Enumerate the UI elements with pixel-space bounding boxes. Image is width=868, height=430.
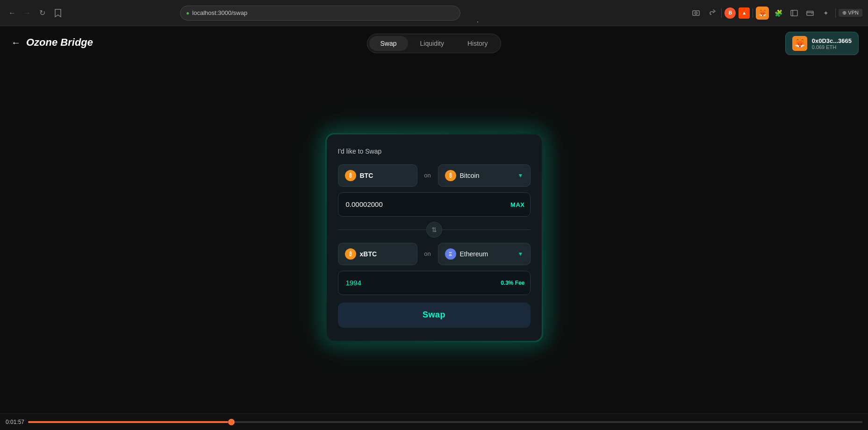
swap-button[interactable]: Swap (338, 303, 531, 328)
forward-nav-button[interactable]: → (21, 7, 34, 20)
bookmark-icon (52, 7, 64, 19)
divider3 (835, 8, 836, 18)
svg-point-1 (695, 12, 697, 14)
from-token-icon: ₿ (345, 170, 356, 181)
address-bar[interactable]: ● localhost:3000/swap (180, 6, 460, 21)
wallet-fox-icon: 🦊 (792, 36, 807, 51)
to-on-label: on (423, 250, 432, 257)
from-token-name: BTC (360, 172, 373, 179)
from-on-label: on (423, 172, 432, 179)
brave-icon: B (725, 7, 736, 19)
to-token-name: xBTC (360, 250, 377, 258)
screenshot-button[interactable] (689, 7, 703, 20)
max-button[interactable]: MAX (510, 201, 524, 208)
browser-chrome: ← → ↻ ● localhost:3000/swap B ▲ 🦊 🧩 ✦ ⊕ … (0, 0, 868, 26)
tab-swap[interactable]: Swap (369, 36, 408, 51)
nav-buttons: ← → ↻ (6, 7, 49, 20)
swap-card-wrapper: I'd like to Swap ₿ BTC on ₿ Bitcoin ▼ (325, 133, 543, 342)
from-token-selector[interactable]: ₿ BTC (338, 164, 417, 187)
nav-tabs: Swap Liquidity History (367, 34, 502, 53)
to-token-row: ₿ xBTC on Ξ Ethereum ▼ (338, 243, 531, 265)
from-network-dropdown-icon: ▼ (518, 172, 524, 179)
app-title: Ozone Bridge (26, 36, 93, 49)
sidebar-button[interactable] (788, 7, 801, 20)
browser-actions: B ▲ 🦊 🧩 ✦ ⊕ VPN (689, 7, 862, 20)
from-token-row: ₿ BTC on ₿ Bitcoin ▼ (338, 164, 531, 187)
svg-rect-2 (791, 10, 797, 16)
from-network-selector[interactable]: ₿ Bitcoin ▼ (438, 164, 531, 187)
app: ← Ozone Bridge Swap Liquidity History 🦊 … (0, 26, 868, 430)
swap-direction-button[interactable]: ⇅ (426, 222, 442, 238)
swap-card-glow: I'd like to Swap ₿ BTC on ₿ Bitcoin ▼ (325, 133, 543, 342)
back-arrow-icon: ← (11, 37, 21, 48)
to-network-selector[interactable]: Ξ Ethereum ▼ (438, 243, 531, 265)
swap-card: I'd like to Swap ₿ BTC on ₿ Bitcoin ▼ (327, 134, 542, 341)
to-amount-row: 0.3% Fee (338, 271, 531, 295)
divider (721, 8, 722, 18)
wallet-badge: 🦊 0x0D3c...3665 0.069 ETH (785, 32, 859, 55)
metamask-icon: 🦊 (756, 7, 769, 20)
wallet-balance: 0.069 ETH (812, 44, 852, 50)
back-button[interactable]: ← Ozone Bridge (11, 36, 93, 49)
player-time: 0:01:57 (6, 419, 24, 425)
tab-liquidity[interactable]: Liquidity (409, 36, 455, 51)
from-network-icon: ₿ (445, 170, 456, 181)
swap-direction: ⇅ (338, 220, 531, 239)
secure-icon: ● (186, 10, 189, 16)
wallet-address: 0x0D3c...3665 (812, 37, 852, 44)
to-token-icon: ₿ (345, 248, 356, 260)
vpn-badge: ⊕ VPN (839, 9, 862, 17)
progress-bar[interactable] (28, 421, 862, 423)
to-network-dropdown-icon: ▼ (518, 251, 524, 257)
swap-direction-icon: ⇅ (431, 226, 437, 233)
card-title: I'd like to Swap (338, 148, 531, 155)
svg-point-5 (811, 13, 812, 14)
progress-thumb (228, 419, 235, 425)
fee-label: 0.3% Fee (501, 280, 524, 286)
leo-button[interactable]: ✦ (819, 7, 832, 20)
from-amount-input[interactable] (338, 192, 531, 217)
divider2 (753, 8, 753, 18)
to-token-selector[interactable]: ₿ xBTC (338, 243, 417, 265)
reload-button[interactable]: ↻ (36, 7, 49, 20)
tab-history[interactable]: History (456, 36, 499, 51)
bottom-bar: 0:01:57 (0, 413, 868, 430)
progress-bar-fill (28, 421, 228, 423)
url-text: localhost:3000/swap (192, 9, 247, 16)
to-network-name: Ethereum (460, 250, 514, 258)
from-amount-row: MAX (338, 192, 531, 217)
to-network-icon: Ξ (445, 248, 456, 260)
wallet-button[interactable] (803, 7, 817, 20)
shield-icon: ▲ (739, 7, 750, 19)
from-network-name: Bitcoin (460, 172, 514, 179)
svg-rect-0 (693, 11, 699, 15)
wallet-info: 0x0D3c...3665 0.069 ETH (812, 37, 852, 50)
puzzle-button[interactable]: 🧩 (772, 7, 785, 20)
share-button[interactable] (705, 7, 718, 20)
back-nav-button[interactable]: ← (6, 7, 19, 20)
